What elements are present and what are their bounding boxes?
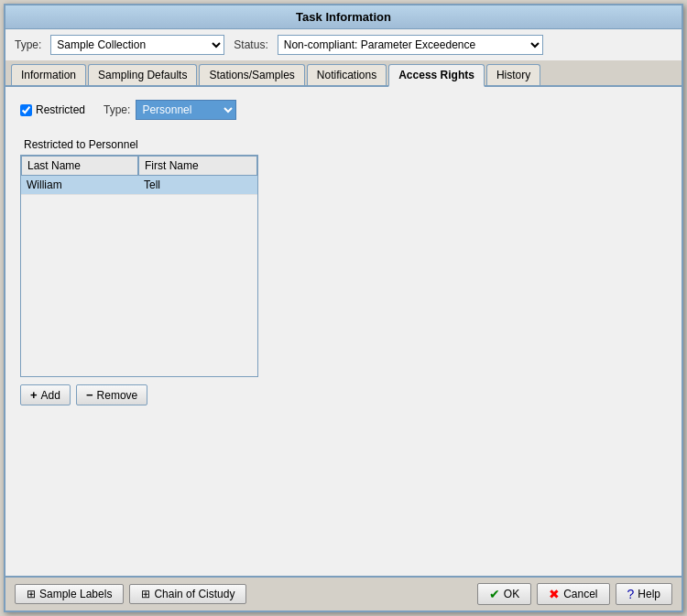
- tab-access-rights[interactable]: Access Rights: [388, 64, 485, 87]
- cancel-button[interactable]: ✖ Cancel: [537, 583, 609, 605]
- add-remove-buttons: + Add − Remove: [20, 384, 667, 405]
- help-label: Help: [638, 588, 660, 600]
- type-select[interactable]: Sample Collection: [50, 35, 224, 55]
- status-label: Status:: [234, 38, 267, 51]
- restricted-to-label: Restricted to Personnel: [24, 138, 667, 151]
- access-type-select[interactable]: PersonnelGroupRole: [136, 100, 236, 120]
- cancel-icon: ✖: [549, 587, 560, 601]
- sample-labels-button[interactable]: ⊞ Sample Labels: [15, 584, 124, 604]
- remove-label: Remove: [97, 389, 138, 402]
- window-title: Task Information: [296, 10, 391, 24]
- status-select[interactable]: Non-compliant: Parameter Exceedence: [278, 35, 543, 55]
- personnel-table: William Tell: [21, 176, 257, 195]
- tab-sampling-defaults[interactable]: Sampling Defaults: [88, 64, 197, 85]
- type-label: Type:: [15, 38, 41, 51]
- chain-of-custody-button[interactable]: ⊞ Chain of Cistudy: [129, 584, 246, 604]
- restricted-checkbox[interactable]: [20, 104, 32, 116]
- remove-icon: −: [86, 388, 93, 402]
- footer-right: ✔ OK ✖ Cancel ? Help: [477, 583, 672, 605]
- form-header-row: Type: Sample Collection Status: Non-comp…: [5, 29, 682, 60]
- access-type-label: Type:: [104, 103, 130, 116]
- restricted-checkbox-label[interactable]: Restricted: [20, 103, 85, 116]
- personnel-table-container: Last Name First Name William Tell: [20, 155, 258, 377]
- add-button[interactable]: + Add: [20, 384, 71, 405]
- tab-information[interactable]: Information: [11, 64, 86, 85]
- tab-notifications[interactable]: Notifications: [307, 64, 387, 85]
- restricted-row: Restricted Type: PersonnelGroupRole: [20, 100, 667, 120]
- ok-button[interactable]: ✔ OK: [477, 583, 531, 605]
- sample-labels-label: Sample Labels: [39, 588, 112, 600]
- ok-icon: ✔: [489, 587, 500, 601]
- tab-history[interactable]: History: [486, 64, 540, 85]
- cell-first-name: Tell: [138, 176, 257, 195]
- main-window: Task Information Type: Sample Collection…: [4, 4, 683, 612]
- chain-of-custody-icon: ⊞: [141, 588, 150, 600]
- tab-stations-samples[interactable]: Stations/Samples: [199, 64, 304, 85]
- add-icon: +: [30, 388, 38, 402]
- type-row: Type: PersonnelGroupRole: [104, 100, 236, 120]
- col-header-last: Last Name: [21, 156, 138, 176]
- access-rights-content: Restricted Type: PersonnelGroupRole Rest…: [5, 87, 682, 576]
- ok-label: OK: [504, 588, 519, 600]
- help-icon: ?: [627, 587, 635, 601]
- restricted-label-text: Restricted: [36, 103, 85, 116]
- footer-left: ⊞ Sample Labels ⊞ Chain of Cistudy: [15, 584, 246, 604]
- col-header-first: First Name: [138, 156, 257, 176]
- title-bar: Task Information: [5, 5, 682, 29]
- footer-bar: ⊞ Sample Labels ⊞ Chain of Cistudy ✔ OK …: [5, 576, 682, 611]
- chain-of-custody-label: Chain of Cistudy: [154, 588, 234, 600]
- add-label: Add: [41, 389, 60, 402]
- personnel-table-scroll[interactable]: William Tell: [20, 176, 258, 377]
- tabs-bar: Information Sampling Defaults Stations/S…: [5, 60, 682, 87]
- sample-labels-icon: ⊞: [27, 588, 36, 600]
- cancel-label: Cancel: [563, 588, 597, 600]
- cell-last-name: William: [21, 176, 138, 195]
- remove-button[interactable]: − Remove: [76, 384, 147, 405]
- help-button[interactable]: ? Help: [616, 583, 672, 605]
- table-row[interactable]: William Tell: [21, 176, 257, 195]
